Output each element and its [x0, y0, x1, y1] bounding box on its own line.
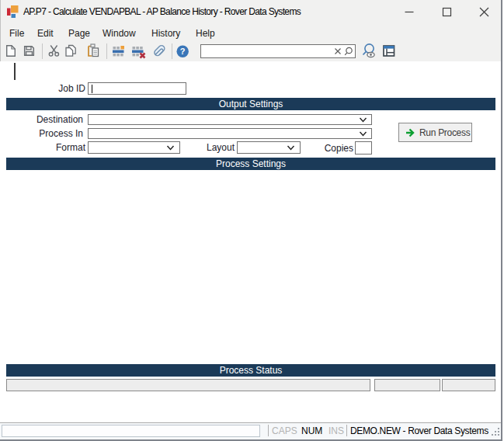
svg-text:?: ?: [180, 47, 186, 56]
